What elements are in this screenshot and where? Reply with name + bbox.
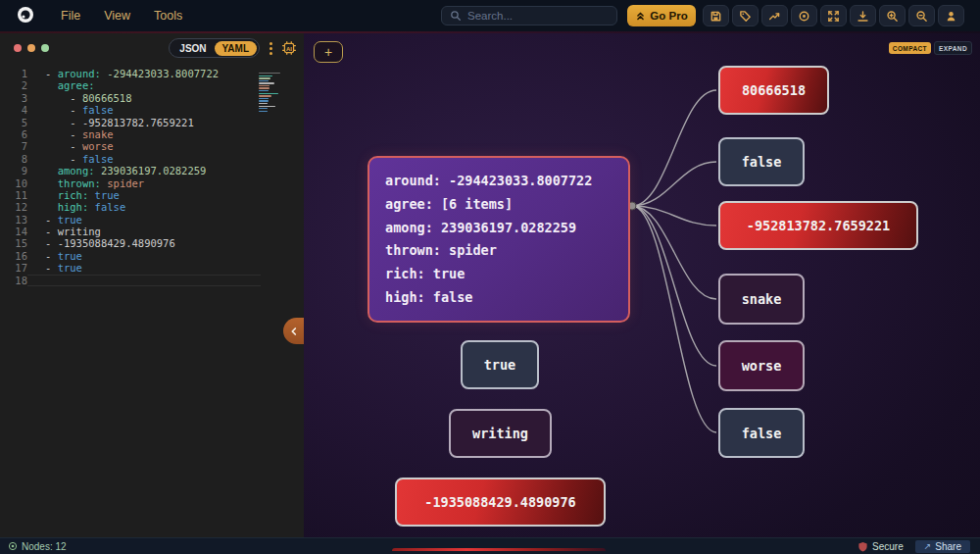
- line-number: 5: [0, 117, 27, 128]
- window-dots: [14, 44, 49, 52]
- main-node-row: among: 239036197.0282259: [385, 217, 612, 240]
- code-line-text: agree:: [27, 79, 95, 91]
- line-number: 18: [0, 275, 27, 286]
- tag-button[interactable]: [732, 5, 759, 26]
- line-number: 14: [0, 226, 27, 237]
- code-line: 13- true: [0, 214, 304, 226]
- line-number: 7: [0, 140, 27, 152]
- nodes-count-label: Nodes: 12: [22, 541, 67, 552]
- download-icon: [857, 10, 869, 23]
- shield-icon: [858, 541, 868, 552]
- code-line-text: - true: [27, 262, 82, 274]
- account-button[interactable]: [938, 5, 964, 26]
- line-number: 10: [0, 177, 27, 189]
- code-line: 15- -1935088429.4890976: [0, 237, 304, 249]
- main-node-row: rich: true: [385, 263, 612, 286]
- graph-node[interactable]: worse: [718, 340, 805, 391]
- graph-canvas[interactable]: + COMPACT EXPAND around: -294423033.8007…: [304, 33, 980, 537]
- save-icon: [710, 10, 722, 23]
- fit-view-button[interactable]: [820, 5, 847, 26]
- format-toggle: JSON YAML: [169, 38, 260, 58]
- code-line-text: - writing: [27, 226, 101, 237]
- graph-node[interactable]: snake: [718, 274, 805, 325]
- node-label: false: [742, 154, 782, 170]
- add-node-button[interactable]: +: [314, 41, 343, 63]
- app-logo-icon[interactable]: [17, 6, 34, 24]
- code-line-text: - false: [27, 104, 114, 116]
- trending-up-icon: [768, 10, 781, 23]
- node-label: snake: [742, 291, 782, 307]
- share-button[interactable]: ↗ Share: [915, 540, 970, 553]
- format-option-json[interactable]: JSON: [172, 41, 214, 56]
- main-node-row: agree: [6 items]: [385, 193, 612, 217]
- editor-header: JSON YAML AI: [0, 33, 304, 65]
- header-divider: [0, 31, 980, 33]
- nodes-count-icon: [8, 541, 18, 551]
- svg-text:AI: AI: [286, 46, 292, 52]
- chevron-left-icon: [288, 326, 300, 337]
- search-box[interactable]: [441, 6, 617, 25]
- graph-node[interactable]: -1935088429.4890976: [395, 478, 606, 527]
- main-node-row: around: -294423033.8007722: [385, 170, 612, 193]
- line-number: 12: [0, 201, 27, 213]
- zoom-out-button[interactable]: [908, 5, 935, 26]
- graph-node[interactable]: true: [461, 340, 539, 389]
- line-number: 15: [0, 237, 27, 249]
- code-line-text: thrown: spider: [27, 177, 144, 189]
- zoom-in-button[interactable]: [879, 5, 906, 26]
- collapse-panel-button[interactable]: [283, 318, 304, 344]
- graph-node[interactable]: false: [718, 408, 805, 458]
- target-icon: [798, 10, 810, 23]
- line-number: 11: [0, 189, 27, 201]
- line-number: 4: [0, 104, 27, 116]
- dot-orange-icon: [27, 44, 35, 52]
- line-number: 17: [0, 262, 27, 274]
- code-line: 8 - false: [0, 153, 304, 165]
- code-line-text: - -1935088429.4890976: [27, 237, 175, 249]
- menu-view[interactable]: View: [104, 9, 130, 23]
- status-bar: Nodes: 12 Secure ↗ Share: [0, 537, 980, 554]
- trending-up-button[interactable]: [761, 5, 788, 26]
- expand-view-button[interactable]: EXPAND: [934, 41, 972, 55]
- node-label: -952813782.7659221: [747, 218, 890, 233]
- editor-options-menu-icon[interactable]: [265, 38, 276, 58]
- code-line: 14- writing: [0, 226, 304, 237]
- graph-node[interactable]: 80666518: [718, 66, 829, 115]
- graph-node[interactable]: writing: [449, 409, 552, 458]
- node-label: worse: [742, 358, 782, 374]
- go-pro-button[interactable]: Go Pro: [627, 5, 696, 26]
- go-pro-label: Go Pro: [650, 10, 687, 22]
- line-number: 6: [0, 128, 27, 140]
- format-option-yaml[interactable]: YAML: [215, 41, 257, 56]
- compact-view-button[interactable]: COMPACT: [889, 42, 931, 54]
- editor-minimap: [259, 73, 286, 112]
- view-mode-toggle: COMPACT EXPAND: [889, 41, 972, 55]
- code-editor-panel: JSON YAML AI 1- around: -294423033.80077…: [0, 33, 304, 537]
- code-line: 12 high: false: [0, 201, 304, 213]
- code-line-text: high: false: [27, 201, 125, 213]
- code-line-text: - true: [27, 250, 82, 262]
- code-line: 10 thrown: spider: [0, 177, 304, 189]
- node-label: false: [742, 426, 782, 441]
- secure-badge: Secure: [858, 541, 904, 552]
- line-number: 16: [0, 250, 27, 262]
- code-line: 5 - -952813782.7659221: [0, 117, 304, 128]
- search-input[interactable]: [467, 10, 618, 22]
- target-button[interactable]: [791, 5, 817, 26]
- chevrons-up-icon: [635, 10, 646, 22]
- ai-assistant-icon[interactable]: AI: [280, 38, 298, 58]
- code-line: 11 rich: true: [0, 189, 304, 201]
- menu-tools[interactable]: Tools: [154, 9, 182, 23]
- code-line-text: among: 239036197.0282259: [27, 165, 206, 176]
- line-number: 8: [0, 153, 27, 165]
- zoom-out-icon: [915, 10, 928, 23]
- dot-green-icon: [41, 44, 49, 52]
- main-object-node[interactable]: around: -294423033.8007722agree: [6 item…: [368, 156, 630, 323]
- menu-file[interactable]: File: [61, 9, 80, 23]
- graph-node[interactable]: -952813782.7659221: [718, 201, 918, 250]
- graph-node[interactable]: false: [718, 137, 805, 186]
- save-button[interactable]: [703, 5, 729, 26]
- download-button[interactable]: [850, 5, 876, 26]
- fit-view-icon: [827, 10, 840, 23]
- code-line-text: - -952813782.7659221: [27, 117, 194, 128]
